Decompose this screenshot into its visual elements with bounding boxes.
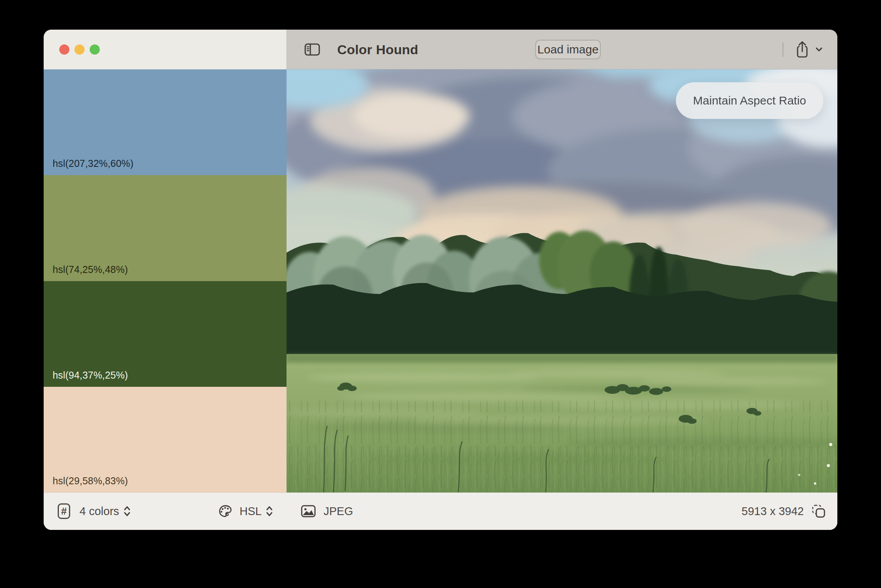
load-image-button[interactable]: Load image xyxy=(535,40,601,59)
palette-status-bar: # 4 colors HSL xyxy=(44,492,287,530)
image-format-label: JPEG xyxy=(324,505,353,518)
titlebar-sidebar-section xyxy=(44,30,287,69)
image-preview[interactable]: Maintain Aspect Ratio xyxy=(287,69,837,492)
app-window: Color Hound Load image hsl(207,32%,60%) … xyxy=(44,30,837,530)
color-format-stepper-icon[interactable] xyxy=(265,505,273,517)
image-icon xyxy=(301,505,316,517)
palette-sidebar: hsl(207,32%,60%) hsl(74,25%,48%) hsl(94,… xyxy=(44,69,287,492)
image-dimensions-label: 5913 x 3942 xyxy=(741,505,804,518)
palette-icon xyxy=(219,505,232,517)
color-format-label[interactable]: HSL xyxy=(240,505,262,518)
traffic-lights xyxy=(59,44,100,55)
share-icon[interactable] xyxy=(795,41,809,58)
copy-icon[interactable] xyxy=(812,504,826,518)
chevron-down-icon[interactable] xyxy=(816,47,823,52)
swatch-3-label: hsl(94,37%,25%) xyxy=(53,370,128,381)
close-button[interactable] xyxy=(59,44,69,55)
swatch-4[interactable]: hsl(29,58%,83%) xyxy=(44,387,287,492)
minimize-button[interactable] xyxy=(74,44,85,55)
toolbar-divider xyxy=(782,42,784,57)
zoom-button[interactable] xyxy=(90,44,100,55)
swatch-2[interactable]: hsl(74,25%,48%) xyxy=(44,175,287,281)
swatch-1-label: hsl(207,32%,60%) xyxy=(53,158,134,169)
swatch-1[interactable]: hsl(207,32%,60%) xyxy=(44,69,287,175)
sidebar-toggle-icon[interactable] xyxy=(304,43,320,56)
swatch-3[interactable]: hsl(94,37%,25%) xyxy=(44,281,287,387)
color-count-stepper-icon[interactable] xyxy=(123,505,131,517)
landscape-photo xyxy=(287,69,837,492)
toolbar: Color Hound Load image xyxy=(287,30,837,69)
swatch-2-label: hsl(74,25%,48%) xyxy=(53,264,128,275)
maintain-aspect-ratio-button[interactable]: Maintain Aspect Ratio xyxy=(676,82,823,119)
image-status-bar: JPEG 5913 x 3942 xyxy=(287,492,837,530)
page-title: Color Hound xyxy=(337,42,418,57)
share-cluster xyxy=(782,30,823,69)
swatch-4-label: hsl(29,58%,83%) xyxy=(53,475,128,487)
color-count-label[interactable]: 4 colors xyxy=(80,505,119,518)
color-count-icon: # xyxy=(58,503,70,519)
